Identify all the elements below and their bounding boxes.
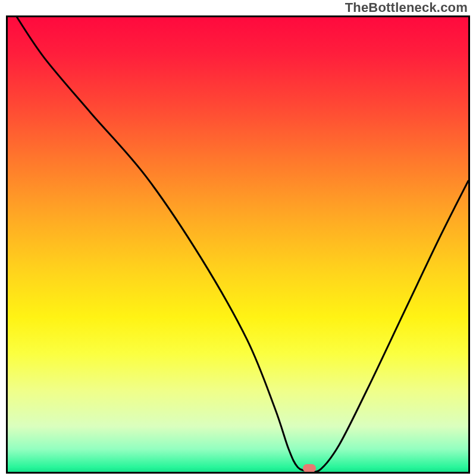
plot-area (6, 15, 470, 474)
curve-path-svg (8, 17, 468, 472)
bottleneck-chart: TheBottleneck.com (0, 0, 476, 476)
watermark-label: TheBottleneck.com (345, 0, 468, 15)
minimum-marker (303, 464, 316, 472)
